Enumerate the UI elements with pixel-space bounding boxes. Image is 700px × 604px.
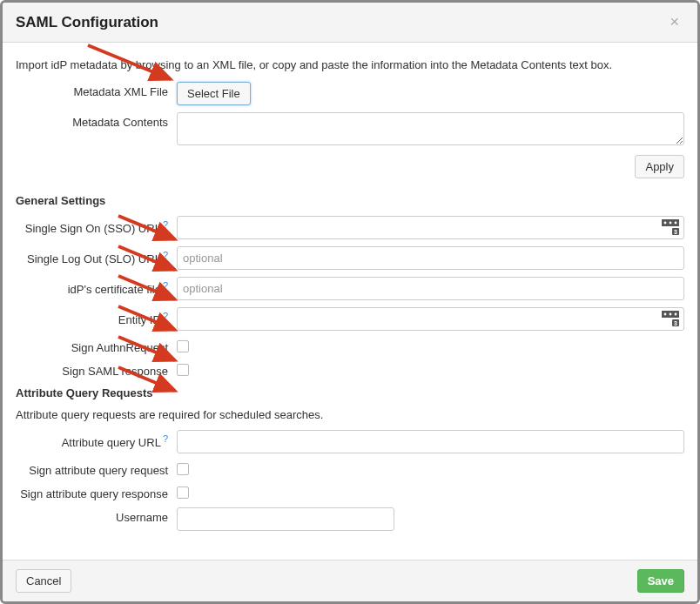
sso-url-input[interactable]	[177, 216, 684, 239]
entity-id-label: Entity ID?	[16, 307, 177, 326]
save-button[interactable]: Save	[637, 569, 684, 593]
entity-id-input[interactable]	[177, 307, 684, 331]
help-icon[interactable]: ?	[163, 280, 168, 291]
attr-query-url-label: Attribute query URL?	[16, 430, 177, 449]
svg-text:3: 3	[674, 320, 677, 326]
apply-button[interactable]: Apply	[635, 155, 684, 178]
svg-point-14	[664, 313, 667, 316]
svg-point-8	[664, 222, 667, 225]
svg-text:3: 3	[674, 229, 677, 235]
cancel-button[interactable]: Cancel	[16, 569, 71, 593]
sign-attr-req-label: Sign attribute query request	[16, 460, 177, 477]
help-icon[interactable]: ?	[163, 311, 168, 321]
svg-point-9	[670, 222, 672, 225]
svg-point-10	[675, 222, 677, 225]
attr-query-hint: Attribute query requests are required fo…	[16, 408, 684, 421]
password-manager-icon[interactable]: 3	[662, 311, 679, 329]
sso-url-label: Single Sign On (SSO) URL?	[16, 216, 177, 235]
username-label: Username	[16, 507, 177, 524]
modal-footer: Cancel Save	[3, 560, 697, 601]
sign-attr-resp-label: Sign attribute query response	[16, 484, 177, 500]
idp-cert-input[interactable]	[177, 277, 684, 300]
sign-authnrequest-checkbox[interactable]	[177, 340, 189, 352]
sign-attr-resp-checkbox[interactable]	[177, 487, 189, 499]
svg-point-16	[675, 313, 677, 316]
idp-cert-label: idP's certificate file?	[16, 277, 177, 296]
general-settings-heading: General Settings	[16, 194, 684, 207]
metadata-xml-label: Metadata XML File	[16, 82, 177, 98]
slo-url-input[interactable]	[177, 246, 684, 270]
saml-config-modal: SAML Configuration × Import idP metadata…	[0, 0, 700, 604]
intro-text: Import idP metadata by browsing to an XM…	[16, 58, 684, 71]
attr-query-url-input[interactable]	[177, 430, 684, 453]
help-icon[interactable]: ?	[163, 219, 168, 230]
sign-authnrequest-label: Sign AuthnRequest	[16, 338, 177, 354]
help-icon[interactable]: ?	[163, 433, 168, 444]
slo-url-label: Single Log Out (SLO) URL?	[16, 246, 177, 265]
modal-title: SAML Configuration	[16, 14, 158, 31]
username-input[interactable]	[177, 507, 394, 531]
sign-saml-response-label: Sign SAML response	[16, 361, 177, 378]
select-file-button[interactable]: Select File	[177, 82, 251, 105]
close-icon[interactable]: ×	[664, 11, 684, 33]
modal-body: Import idP metadata by browsing to an XM…	[3, 43, 697, 560]
sign-saml-response-checkbox[interactable]	[177, 364, 189, 376]
sign-attr-req-checkbox[interactable]	[177, 463, 189, 475]
password-manager-icon[interactable]: 3	[662, 219, 679, 238]
metadata-contents-textarea[interactable]	[177, 112, 684, 145]
help-icon[interactable]: ?	[163, 250, 168, 260]
modal-header: SAML Configuration ×	[3, 3, 697, 43]
metadata-contents-label: Metadata Contents	[16, 112, 177, 129]
attr-query-heading: Attribute Query Requests	[16, 386, 684, 399]
svg-point-15	[670, 313, 672, 316]
